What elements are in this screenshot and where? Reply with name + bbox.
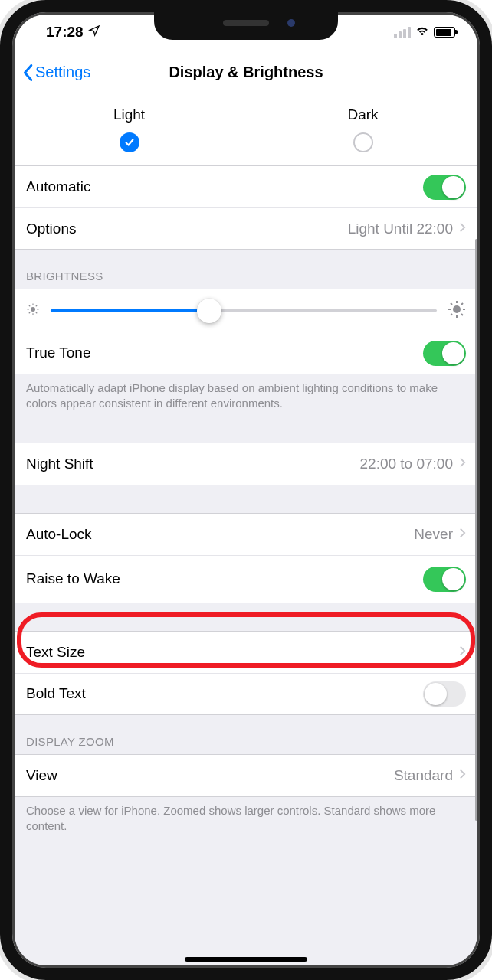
appearance-light-option[interactable]: Light	[12, 93, 246, 165]
display-zoom-header: DISPLAY ZOOM	[12, 715, 480, 754]
chevron-right-icon	[459, 644, 466, 661]
svg-line-14	[451, 303, 452, 305]
sun-min-icon	[26, 302, 40, 319]
options-value: Light Until 22:00	[348, 220, 453, 237]
nav-bar: Settings Display & Brightness	[12, 52, 480, 93]
auto-lock-value: Never	[414, 526, 453, 543]
automatic-toggle[interactable]	[423, 175, 466, 200]
wifi-icon	[415, 24, 429, 41]
check-circle-icon	[120, 132, 139, 152]
radio-unchecked-icon	[353, 132, 373, 152]
true-tone-toggle[interactable]	[423, 341, 466, 366]
brightness-header: BRIGHTNESS	[12, 250, 480, 289]
bold-text-toggle[interactable]	[423, 681, 466, 707]
night-shift-value: 22:00 to 07:00	[360, 456, 454, 472]
view-value: Standard	[394, 767, 453, 784]
view-row[interactable]: View Standard	[12, 755, 480, 796]
true-tone-label: True Tone	[26, 345, 423, 361]
svg-line-8	[36, 305, 38, 306]
sun-max-icon	[448, 300, 466, 322]
home-indicator[interactable]	[185, 957, 307, 962]
raise-to-wake-row: Raise to Wake	[12, 555, 480, 603]
status-time: 17:28	[46, 24, 84, 41]
svg-line-7	[29, 312, 31, 313]
svg-point-0	[31, 307, 35, 312]
night-shift-label: Night Shift	[26, 456, 360, 472]
chevron-right-icon	[459, 526, 466, 543]
chevron-right-icon	[459, 456, 466, 472]
raise-to-wake-toggle[interactable]	[423, 567, 466, 592]
back-label: Settings	[35, 64, 90, 81]
bold-text-label: Bold Text	[26, 685, 423, 702]
battery-icon	[434, 27, 455, 38]
auto-lock-label: Auto-Lock	[26, 526, 414, 543]
chevron-right-icon	[459, 767, 466, 784]
automatic-row: Automatic	[12, 166, 480, 207]
appearance-picker: Light Dark	[12, 93, 480, 165]
scrollbar[interactable]	[475, 239, 477, 821]
cellular-icon	[394, 27, 411, 38]
auto-lock-row[interactable]: Auto-Lock Never	[12, 514, 480, 555]
svg-line-15	[461, 314, 463, 315]
back-button[interactable]: Settings	[12, 64, 90, 82]
brightness-slider-row	[12, 289, 480, 332]
automatic-label: Automatic	[26, 178, 423, 195]
appearance-dark-label: Dark	[347, 106, 378, 123]
text-size-label: Text Size	[26, 644, 453, 661]
true-tone-row: True Tone	[12, 332, 480, 374]
night-shift-row[interactable]: Night Shift 22:00 to 07:00	[12, 443, 480, 485]
chevron-right-icon	[459, 220, 466, 237]
location-icon	[88, 24, 100, 41]
brightness-slider[interactable]	[51, 309, 437, 312]
view-label: View	[26, 767, 394, 784]
svg-line-16	[451, 314, 452, 315]
svg-line-17	[461, 303, 463, 305]
raise-to-wake-label: Raise to Wake	[26, 570, 423, 587]
options-row[interactable]: Options Light Until 22:00	[12, 207, 480, 249]
true-tone-footer: Automatically adapt iPhone display based…	[12, 374, 480, 423]
bold-text-row: Bold Text	[12, 673, 480, 714]
text-size-row[interactable]: Text Size	[12, 632, 480, 673]
display-zoom-footer: Choose a view for iPhone. Zoomed shows l…	[12, 797, 480, 845]
svg-line-5	[29, 305, 31, 306]
svg-line-6	[36, 312, 38, 313]
appearance-light-label: Light	[113, 106, 145, 123]
appearance-dark-option[interactable]: Dark	[246, 93, 480, 165]
options-label: Options	[26, 220, 348, 237]
svg-point-9	[453, 305, 461, 313]
